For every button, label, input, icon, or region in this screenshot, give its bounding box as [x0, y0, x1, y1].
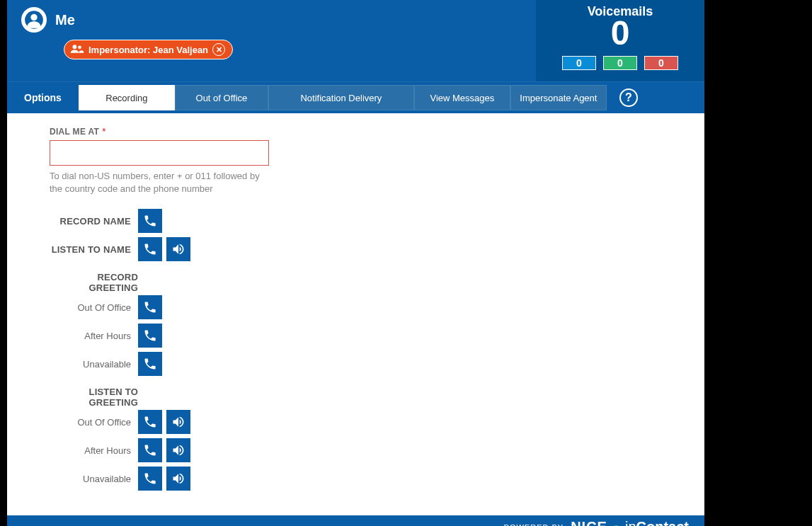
tab-recording[interactable]: Recording — [79, 85, 175, 110]
people-icon — [70, 44, 84, 56]
footer: POWERED BY NICE inContact — [7, 515, 704, 526]
record-greeting-heading: RECORD GREETING — [50, 272, 138, 293]
listen-name-row: LISTEN TO NAME — [50, 236, 669, 262]
phone-icon — [143, 328, 157, 343]
speaker-icon — [171, 242, 185, 256]
phone-icon — [143, 300, 157, 314]
voicemail-badges: 0 0 0 — [562, 56, 678, 70]
impersonator-label: Impersonator: Jean Valjean — [88, 45, 208, 55]
record-greeting-after-button[interactable] — [138, 324, 162, 348]
record-greeting-ooo-label: Out Of Office — [50, 302, 138, 313]
listen-greeting-ooo-row: Out Of Office — [50, 409, 669, 435]
app-window: Me Impersonator: Jean Valjean ✕ Voicemai… — [7, 0, 704, 526]
help-button[interactable]: ? — [619, 88, 638, 107]
tab-bar: Options Recording Out of Office Notifica… — [7, 81, 704, 113]
avatar — [21, 7, 47, 33]
voicemail-badge-red[interactable]: 0 — [644, 56, 678, 70]
listen-greeting-ooo-play-button[interactable] — [166, 410, 190, 434]
listen-greeting-unavail-label: Unavailable — [50, 474, 138, 484]
svg-point-1 — [30, 14, 37, 21]
speaker-icon — [171, 415, 185, 429]
listen-greeting-unavail-call-button[interactable] — [138, 467, 162, 491]
listen-name-label: LISTEN TO NAME — [50, 244, 138, 255]
listen-greeting-after-row: After Hours — [50, 438, 669, 463]
header: Me Impersonator: Jean Valjean ✕ Voicemai… — [7, 0, 704, 81]
listen-name-play-button[interactable] — [166, 237, 190, 261]
record-greeting-after-label: After Hours — [50, 331, 138, 341]
record-greeting-unavail-button[interactable] — [138, 352, 162, 376]
record-name-row: RECORD NAME — [50, 208, 669, 234]
tab-out-of-office[interactable]: Out of Office — [175, 85, 268, 110]
listen-greeting-after-call-button[interactable] — [138, 438, 162, 462]
record-greeting-after-row: After Hours — [50, 323, 669, 348]
impersonator-badge: Impersonator: Jean Valjean ✕ — [64, 40, 233, 59]
speaker-icon — [171, 443, 185, 457]
content-area: DIAL ME AT * To dial non-US numbers, ent… — [7, 113, 704, 515]
voicemail-badge-blue[interactable]: 0 — [562, 56, 596, 70]
phone-icon — [143, 471, 157, 486]
record-greeting-unavail-label: Unavailable — [50, 359, 138, 370]
phone-icon — [143, 357, 157, 371]
record-greeting-ooo-button[interactable] — [138, 295, 162, 319]
phone-icon — [143, 242, 157, 256]
voicemail-badge-green[interactable]: 0 — [603, 56, 637, 70]
close-impersonation-button[interactable]: ✕ — [212, 43, 225, 56]
listen-greeting-ooo-call-button[interactable] — [138, 410, 162, 434]
user-icon — [24, 10, 44, 30]
voicemail-panel: Voicemails 0 0 0 0 — [536, 0, 704, 81]
listen-greeting-unavail-row: Unavailable — [50, 466, 669, 491]
record-greeting-unavail-row: Unavailable — [50, 351, 669, 377]
speaker-icon — [171, 471, 185, 486]
user-name: Me — [55, 12, 75, 28]
record-name-call-button[interactable] — [138, 209, 162, 233]
dial-me-input[interactable] — [50, 140, 269, 166]
listen-greeting-unavail-play-button[interactable] — [166, 467, 190, 491]
powered-by-label: POWERED BY — [504, 523, 564, 526]
voicemail-count: 0 — [611, 16, 630, 50]
phone-icon — [143, 415, 157, 429]
dial-me-hint: To dial non-US numbers, enter + or 011 f… — [50, 170, 269, 195]
brand-nice: NICE — [571, 519, 607, 526]
header-left: Me Impersonator: Jean Valjean ✕ — [7, 0, 536, 81]
record-name-label: RECORD NAME — [50, 216, 138, 227]
dial-me-label: DIAL ME AT — [50, 127, 99, 137]
tab-view-messages[interactable]: View Messages — [414, 85, 510, 110]
required-indicator: * — [103, 127, 106, 137]
tab-impersonate-agent[interactable]: Impersonate Agent — [510, 85, 607, 110]
phone-icon — [143, 214, 157, 228]
listen-greeting-ooo-label: Out Of Office — [50, 417, 138, 428]
listen-greeting-heading: LISTEN TO GREETING — [50, 387, 138, 408]
listen-greeting-after-label: After Hours — [50, 445, 138, 456]
listen-greeting-after-play-button[interactable] — [166, 438, 190, 462]
svg-point-2 — [73, 45, 77, 49]
user-row: Me — [21, 7, 536, 33]
phone-icon — [143, 443, 157, 457]
brand-incontact: inContact — [625, 519, 689, 526]
svg-point-3 — [78, 45, 81, 49]
options-label: Options — [7, 92, 79, 103]
tab-notification-delivery[interactable]: Notification Delivery — [268, 85, 414, 110]
listen-name-call-button[interactable] — [138, 237, 162, 261]
record-greeting-ooo-row: Out Of Office — [50, 295, 669, 320]
